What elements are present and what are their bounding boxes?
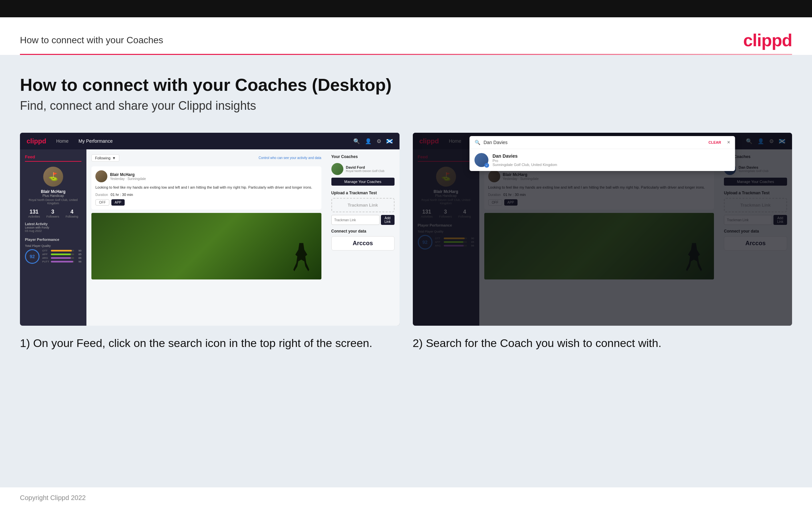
screenshot-block-1: clippd Home My Performance 🔍 👤 ⚙ 🏴󠁧󠁢󠁳󠁣󠁴󠁿 [20, 133, 399, 350]
quality-score: 92 [25, 249, 40, 264]
coach-avatar [331, 163, 343, 175]
post-card: Blair McHarg Yesterday · Sunningdale Loo… [91, 166, 322, 210]
total-quality-label: Total Player Quality [25, 244, 82, 248]
nav-icons-1: 🔍 👤 ⚙ 🏴󠁧󠁢󠁳󠁣󠁴󠁿 [353, 138, 393, 144]
control-link[interactable]: Control who can see your activity and da… [258, 156, 321, 160]
post-author-name: Blair McHarg [110, 172, 146, 177]
search-icon-nav[interactable]: 🔍 [353, 138, 360, 144]
screenshots-row: clippd Home My Performance 🔍 👤 ⚙ 🏴󠁧󠁢󠁳󠁣󠁴󠁿 [20, 133, 792, 350]
search-icon-overlay: 🔍 [475, 140, 480, 145]
app-logo-1: clippd [27, 137, 46, 145]
quality-bars: OTT 90 APP 85 [42, 249, 82, 264]
duration-row: Duration 01 hr : 30 min [95, 193, 318, 197]
clippd-logo: clippd [743, 30, 792, 50]
trackman-placeholder: Trackman Link [331, 198, 394, 212]
player-performance-1: Player Performance Total Player Quality … [25, 238, 82, 264]
coach-name: David Ford [346, 165, 385, 169]
trackman-input[interactable] [331, 215, 380, 225]
close-button[interactable]: × [727, 139, 730, 145]
post-btn-group: OFF APP [95, 199, 318, 206]
latest-activity-label: Latest Activity [25, 222, 82, 226]
add-link-button[interactable]: Add Link [381, 215, 394, 225]
avatar-1 [43, 167, 63, 186]
nav-home-1[interactable]: Home [56, 138, 68, 144]
duration-label: Duration [95, 193, 108, 197]
app-nav-1: clippd Home My Performance 🔍 👤 ⚙ 🏴󠁧󠁢󠁳󠁣󠁴󠁿 [20, 133, 399, 150]
off-button[interactable]: OFF [95, 199, 109, 206]
post-image [91, 213, 322, 280]
screenshot-block-2: clippd Home My Performance 🔍 👤 ⚙ 🏴󠁧󠁢󠁳󠁣󠁴󠁿… [413, 133, 793, 350]
app-button[interactable]: APP [111, 199, 125, 206]
manage-coaches-button[interactable]: Manage Your Coaches [331, 178, 394, 186]
latest-activity-date: 03 Aug 2022 [25, 229, 82, 232]
result-location: Sunningdale Golf Club, United Kingdom [492, 163, 557, 167]
connect-data-title: Connect your data [331, 229, 394, 234]
post-avatar [95, 170, 107, 182]
search-input-display[interactable]: Dan Davies [484, 140, 705, 145]
top-bar [0, 0, 812, 17]
golfer-silhouette [291, 243, 312, 276]
profile-handicap-1: Plus Handicap [25, 194, 82, 198]
bar-ott: OTT 90 [42, 249, 82, 252]
coach-card: David Ford Royal North Devon Golf Club [331, 163, 394, 175]
quality-row: 92 OTT 90 APP [25, 249, 82, 264]
result-role: Pro [492, 159, 557, 163]
page-title: How to connect with your Coaches [20, 35, 163, 46]
app-main-1: Following ▼ Control who can see your act… [86, 150, 326, 326]
settings-icon-nav[interactable]: ⚙ [377, 138, 381, 144]
footer: Copyright Clippd 2022 [0, 488, 812, 508]
bar-app: APP 85 [42, 253, 82, 256]
stats-row-1: 131 Activities 3 Followers 4 Following [25, 209, 82, 218]
bar-arg: ARG 86 [42, 256, 82, 259]
page-subheading: Find, connect and share your Clippd insi… [20, 99, 792, 113]
stat-followers: 3 Followers [46, 209, 59, 218]
header: How to connect with your Coaches clippd [0, 17, 812, 54]
result-info: Dan Davies Pro Sunningdale Golf Club, Un… [492, 153, 557, 167]
feed-label-1: Feed [25, 154, 82, 162]
stat-following: 4 Following [65, 209, 78, 218]
screenshot-frame-1: clippd Home My Performance 🔍 👤 ⚙ 🏴󠁧󠁢󠁳󠁣󠁴󠁿 [20, 133, 399, 326]
player-perf-title: Player Performance [25, 238, 82, 242]
flag-icon-nav[interactable]: 🏴󠁧󠁢󠁳󠁣󠁴󠁿 [386, 138, 393, 144]
search-input-row: 🔍 Dan Davies CLEAR × [470, 136, 735, 149]
arccos-text: Arccos [335, 240, 391, 247]
verified-badge: ✓ [485, 163, 489, 168]
profile-name-1: Blair McHarg [25, 189, 82, 194]
search-bar-overlay: 🔍 Dan Davies CLEAR × ✓ Dan Davies Pro Su… [470, 136, 735, 171]
step-2-text: 2) Search for the Coach you wish to conn… [413, 336, 793, 350]
copyright-text: Copyright Clippd 2022 [20, 494, 86, 501]
main-content: How to connect with your Coaches (Deskto… [0, 55, 812, 488]
latest-activity-name: Lesson with Fordy [25, 226, 82, 229]
trackman-input-row: Add Link [331, 215, 394, 225]
coaches-title: Your Coaches [331, 154, 394, 159]
coach-location: Royal North Devon Golf Club [346, 169, 385, 173]
duration-value: 01 hr : 30 min [111, 193, 133, 197]
screenshot-frame-2: clippd Home My Performance 🔍 👤 ⚙ 🏴󠁧󠁢󠁳󠁣󠁴󠁿… [413, 133, 793, 326]
profile-location-1: Royal North Devon Golf Club, United King… [25, 198, 82, 205]
stat-activities: 131 Activities [28, 209, 40, 218]
post-author-meta: Yesterday · Sunningdale [110, 177, 146, 181]
nav-myperformance-1[interactable]: My Performance [79, 138, 113, 144]
result-name: Dan Davies [492, 153, 557, 159]
page-heading: How to connect with your Coaches (Deskto… [20, 75, 792, 95]
result-avatar: ✓ [475, 153, 489, 167]
upload-title: Upload a Trackman Test [331, 190, 394, 195]
bar-putt: PUTT 96 [42, 260, 82, 263]
clear-button[interactable]: CLEAR [709, 140, 721, 144]
app-body-1: Feed Blair McHarg Plus Handicap Royal No… [20, 150, 399, 326]
post-text: Looking to feel like my hands are exitin… [95, 185, 318, 190]
profile-icon-nav[interactable]: 👤 [365, 138, 372, 144]
search-result[interactable]: ✓ Dan Davies Pro Sunningdale Golf Club, … [470, 149, 735, 171]
post-header: Blair McHarg Yesterday · Sunningdale [95, 170, 318, 182]
latest-activity-1: Latest Activity Lesson with Fordy 03 Aug… [25, 222, 82, 232]
arccos-box: Arccos [331, 236, 394, 251]
app-sidebar-1: Feed Blair McHarg Plus Handicap Royal No… [20, 150, 86, 326]
following-button[interactable]: Following ▼ [91, 154, 119, 162]
app-right-1: Your Coaches David Ford Royal North Devo… [326, 150, 399, 326]
step-1-text: 1) On your Feed, click on the search ico… [20, 336, 399, 350]
